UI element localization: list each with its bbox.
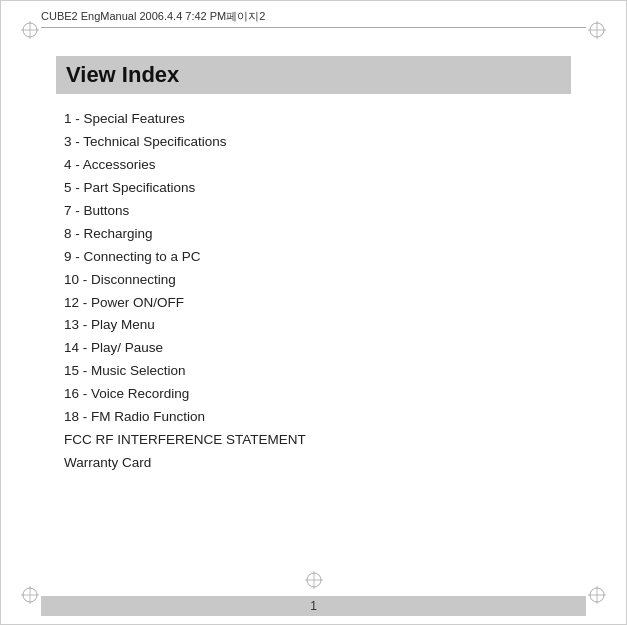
corner-mark-tr [588,21,606,39]
index-list-item: 1 - Special Features [64,108,571,131]
index-list-item: 18 - FM Radio Function [64,406,571,429]
index-list-item: 4 - Accessories [64,154,571,177]
corner-mark-tl [21,21,39,39]
view-index-heading: View Index [56,56,571,94]
index-list-item: FCC RF INTERFERENCE STATEMENT [64,429,571,452]
index-list-item: 10 - Disconnecting [64,269,571,292]
index-list-item: 3 - Technical Specifications [64,131,571,154]
index-list-item: 14 - Play/ Pause [64,337,571,360]
index-list-item: 5 - Part Specifications [64,177,571,200]
index-list-item: 9 - Connecting to a PC [64,246,571,269]
index-list-item: 15 - Music Selection [64,360,571,383]
index-list-item: 12 - Power ON/OFF [64,292,571,315]
footer-page-number: 1 [310,599,317,613]
index-list-item: 7 - Buttons [64,200,571,223]
footer-bar: 1 [41,596,586,616]
header-title: CUBE2 EngManual 2006.4.4 7:42 PM페이지2 [41,10,265,22]
corner-mark-bl [21,586,39,604]
center-bottom-mark [305,571,323,592]
index-list: 1 - Special Features3 - Technical Specif… [56,108,571,475]
main-content: View Index 1 - Special Features3 - Techn… [56,56,571,574]
header-bar: CUBE2 EngManual 2006.4.4 7:42 PM페이지2 [41,9,586,28]
index-list-item: 16 - Voice Recording [64,383,571,406]
index-list-item: 13 - Play Menu [64,314,571,337]
index-list-item: 8 - Recharging [64,223,571,246]
page-container: CUBE2 EngManual 2006.4.4 7:42 PM페이지2 Vie… [0,0,627,625]
corner-mark-br [588,586,606,604]
index-list-item: Warranty Card [64,452,571,475]
